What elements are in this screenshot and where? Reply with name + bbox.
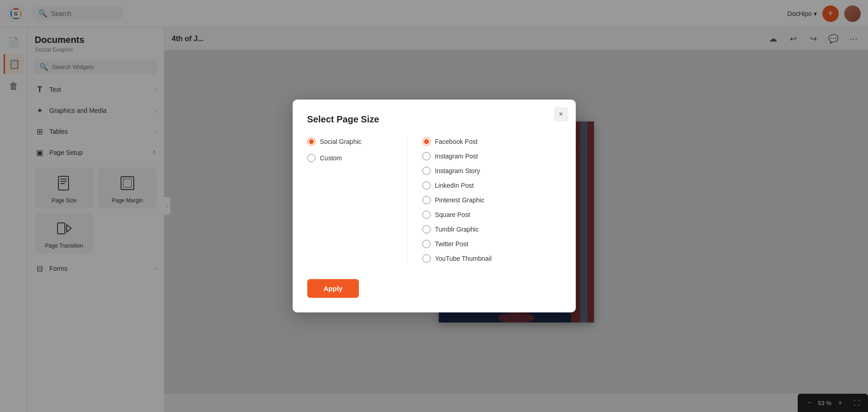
modal-footer: Apply (307, 279, 561, 298)
radio-twitter-post-input[interactable] (422, 240, 431, 248)
modal-close-button[interactable]: × (554, 107, 568, 121)
modal-body: Social Graphic Custom Facebook Post Inst… (307, 137, 561, 263)
radio-youtube-thumbnail-input[interactable] (422, 254, 431, 263)
radio-linkedin-post-input[interactable] (422, 181, 431, 190)
radio-custom[interactable]: Custom (307, 154, 393, 162)
radio-social-graphic-label: Social Graphic (320, 138, 362, 145)
modal-title: Select Page Size (307, 114, 561, 125)
apply-button[interactable]: Apply (307, 279, 359, 298)
radio-instagram-story-input[interactable] (422, 167, 431, 175)
radio-pinterest-graphic[interactable]: Pinterest Graphic (422, 196, 561, 204)
modal-overlay: Select Page Size × Social Graphic Custom (0, 0, 868, 412)
radio-instagram-post[interactable]: Instagram Post (422, 152, 561, 160)
radio-linkedin-post-label: LinkedIn Post (435, 182, 474, 189)
radio-youtube-thumbnail-label: YouTube Thumbnail (435, 255, 492, 262)
radio-twitter-post[interactable]: Twitter Post (422, 240, 561, 248)
radio-square-post[interactable]: Square Post (422, 211, 561, 219)
radio-instagram-post-label: Instagram Post (435, 153, 478, 160)
radio-custom-input[interactable] (307, 154, 316, 162)
radio-youtube-thumbnail[interactable]: YouTube Thumbnail (422, 254, 561, 263)
radio-social-graphic-input[interactable] (307, 137, 316, 146)
radio-tumblr-graphic-label: Tumblr Graphic (435, 226, 479, 233)
radio-social-graphic[interactable]: Social Graphic (307, 137, 393, 146)
radio-tumblr-graphic-input[interactable] (422, 225, 431, 233)
radio-facebook-post-label: Facebook Post (435, 138, 478, 145)
radio-facebook-post-input[interactable] (422, 137, 431, 146)
radio-tumblr-graphic[interactable]: Tumblr Graphic (422, 225, 561, 233)
radio-facebook-post[interactable]: Facebook Post (422, 137, 561, 146)
radio-custom-label: Custom (320, 154, 342, 162)
radio-instagram-story-label: Instagram Story (435, 167, 480, 174)
modal-left-column: Social Graphic Custom (307, 137, 408, 263)
radio-instagram-post-input[interactable] (422, 152, 431, 160)
select-page-size-modal: Select Page Size × Social Graphic Custom (293, 100, 576, 312)
radio-instagram-story[interactable]: Instagram Story (422, 167, 561, 175)
radio-pinterest-graphic-input[interactable] (422, 196, 431, 204)
radio-twitter-post-label: Twitter Post (435, 240, 468, 248)
radio-pinterest-graphic-label: Pinterest Graphic (435, 196, 484, 204)
radio-linkedin-post[interactable]: LinkedIn Post (422, 181, 561, 190)
modal-right-column: Facebook Post Instagram Post Instagram S… (408, 137, 561, 263)
radio-square-post-input[interactable] (422, 211, 431, 219)
radio-square-post-label: Square Post (435, 211, 470, 218)
